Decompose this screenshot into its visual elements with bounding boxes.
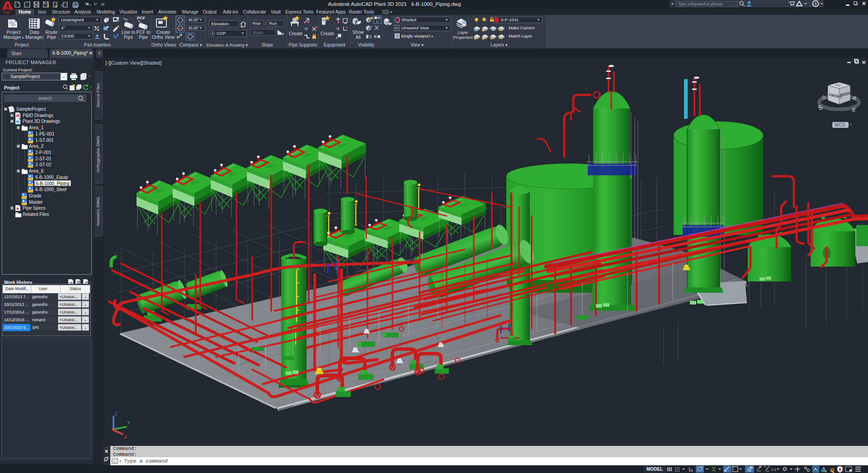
svg-text:WCS: WCS	[835, 122, 845, 127]
svg-text:X: X	[124, 434, 127, 440]
svg-text:↕8: ↕8	[304, 27, 308, 31]
svg-text:Z: Z	[114, 411, 118, 417]
svg-text:1:1: 1:1	[771, 468, 777, 472]
svg-text:✕: ✕	[862, 60, 866, 65]
svg-text:↕8: ↕8	[335, 27, 340, 31]
svg-text:[-][Custom View][Shaded]: [-][Custom View][Shaded]	[105, 60, 162, 66]
svg-text:P3D: P3D	[4, 11, 10, 14]
svg-text:Y: Y	[127, 420, 131, 426]
svg-text:?: ?	[814, 2, 817, 6]
svg-text:FF: FF	[395, 27, 399, 30]
svg-text:PCF: PCF	[137, 16, 146, 20]
